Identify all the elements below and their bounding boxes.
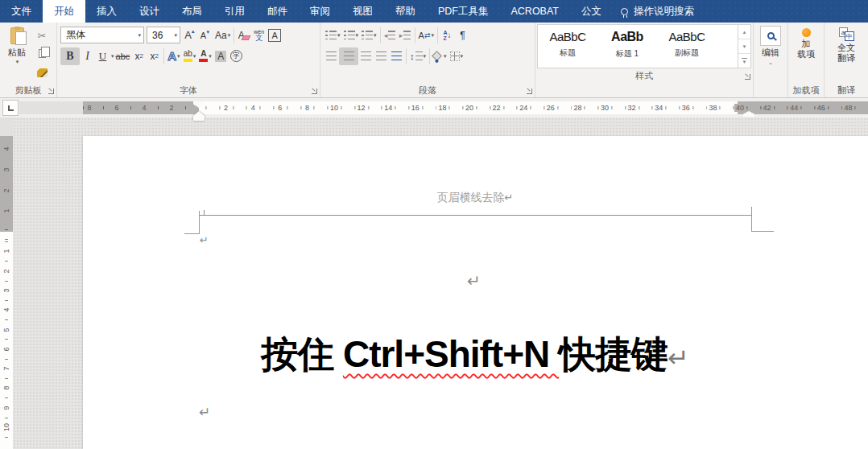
decrease-indent-button[interactable]: ◂: [382, 27, 398, 44]
style-card[interactable]: AaBb标题 1: [597, 25, 657, 68]
tab-design[interactable]: 设计: [128, 0, 171, 23]
style-gallery-more-button[interactable]: ▼: [738, 54, 750, 68]
shading-button[interactable]: ▾: [432, 47, 448, 65]
divider: [380, 27, 381, 43]
styles-dialog-launcher[interactable]: [745, 74, 750, 80]
translate-group-label: 翻译: [837, 84, 855, 97]
align-left-icon: [326, 51, 337, 60]
tell-me-search[interactable]: 操作说明搜索: [613, 0, 702, 23]
tab-selector-button[interactable]: [2, 100, 19, 116]
shrink-font-button[interactable]: A▼: [198, 27, 213, 44]
justify-icon: [376, 51, 386, 60]
tab-gongwen[interactable]: 公文: [570, 0, 613, 23]
document-area[interactable]: 4321 12345678910 页眉横线去除↵ ↵ ↵ 按住 Ctrl+Shi…: [0, 117, 868, 449]
cut-button[interactable]: ✂: [35, 27, 50, 44]
font-name-combo[interactable]: 黑体 ▾: [60, 27, 144, 43]
ruler-number: 7: [2, 364, 10, 373]
style-scroll-up-button[interactable]: ▲: [738, 25, 750, 39]
show-marks-button[interactable]: ¶: [455, 27, 470, 44]
numbering-button[interactable]: ▾: [342, 27, 361, 44]
crop-mark-right-vertical: [751, 208, 752, 232]
align-center-button[interactable]: [339, 47, 358, 65]
tab-acrobat[interactable]: ACROBAT: [500, 0, 571, 23]
clipboard-dialog-launcher[interactable]: [48, 89, 54, 94]
tell-me-label: 操作说明搜索: [634, 5, 694, 19]
highlight-button[interactable]: ab ▾: [182, 47, 198, 65]
style-card[interactable]: AaBbC副标题: [657, 25, 717, 68]
tab-references[interactable]: 引用: [213, 0, 256, 23]
numbering-icon: [344, 31, 355, 39]
change-case-button[interactable]: Aa▾: [213, 27, 232, 44]
align-left-button[interactable]: [324, 47, 339, 65]
translate-button[interactable]: a 中 全文 翻译: [825, 23, 868, 83]
tab-layout[interactable]: 布局: [171, 0, 213, 23]
font-color-button[interactable]: A ▾: [197, 47, 213, 65]
ruler-number: 4: [2, 144, 10, 154]
tab-mailings[interactable]: 邮件: [256, 0, 299, 23]
addins-label-line2: 载项: [797, 49, 815, 59]
font-dialog-launcher[interactable]: [312, 89, 317, 94]
tab-review[interactable]: 审阅: [299, 0, 341, 23]
page[interactable]: 页眉横线去除↵ ↵ ↵ 按住 Ctrl+Shift+N 快捷键↵ ↵: [83, 136, 868, 449]
shading-caret-icon: ▾: [444, 53, 447, 60]
font-size-combo[interactable]: 36 ▾: [147, 27, 180, 43]
style-scroll-down-button[interactable]: ▼: [738, 39, 750, 54]
subscript-button[interactable]: x2: [131, 47, 147, 65]
paragraph-dialog-launcher[interactable]: [527, 89, 532, 94]
phonetic-icon: wén 文: [254, 29, 264, 42]
format-painter-button[interactable]: [35, 64, 50, 81]
addins-button[interactable]: 加 载项: [788, 23, 824, 83]
justify-button[interactable]: [374, 47, 389, 65]
hanging-indent-triangle: [193, 111, 205, 116]
translate-label-line1: 全文: [837, 43, 855, 52]
grow-font-button[interactable]: A▲: [183, 27, 198, 44]
paste-button[interactable]: 粘贴 ▾: [2, 25, 31, 83]
tab-file[interactable]: 文件: [0, 0, 43, 23]
sort-button[interactable]: A Z ↓: [440, 27, 455, 44]
ruler-number: 16: [410, 104, 421, 112]
heading-suffix: 快捷键: [559, 333, 668, 375]
increase-indent-button[interactable]: ▸: [398, 27, 413, 44]
style-card[interactable]: AaBbC标题: [538, 25, 597, 68]
tab-pdf-tools[interactable]: PDF工具集: [427, 0, 500, 23]
bullets-button[interactable]: ▾: [324, 27, 342, 44]
text-effects-button[interactable]: A▾: [166, 47, 181, 65]
bold-button[interactable]: B: [60, 47, 80, 65]
strikethrough-button[interactable]: abc: [114, 47, 132, 65]
asian-layout-button[interactable]: A⇄▾: [417, 27, 436, 44]
tab-view[interactable]: 视图: [341, 0, 384, 23]
tab-home[interactable]: 开始: [43, 0, 85, 23]
header-text-line[interactable]: 页眉横线去除↵: [199, 191, 751, 205]
up-caret-icon: ▲: [191, 29, 196, 34]
align-right-button[interactable]: [358, 47, 374, 65]
editing-button[interactable]: 编辑 ⌄: [754, 23, 787, 97]
line-spacing-button[interactable]: ↕▾: [408, 47, 428, 65]
document-heading[interactable]: 按住 Ctrl+Shift+N 快捷键↵: [167, 332, 783, 377]
italic-button[interactable]: I: [80, 47, 95, 65]
subscript-mark: 2: [140, 52, 143, 60]
underline-button[interactable]: U: [95, 47, 110, 65]
multilevel-list-button[interactable]: ▾: [360, 27, 378, 44]
tab-help[interactable]: 帮助: [384, 0, 427, 23]
clear-format-button[interactable]: A: [236, 27, 251, 44]
hanging-indent-marker[interactable]: [193, 111, 205, 121]
hruler-right-margin: 4042444648: [738, 101, 868, 114]
character-shading-button[interactable]: A: [213, 47, 229, 65]
borders-button[interactable]: ▾: [448, 47, 465, 65]
superscript-button[interactable]: x2: [147, 47, 162, 65]
sort-down-arrow-icon: ↓: [447, 31, 451, 39]
change-case-glyph: Aa: [215, 30, 227, 41]
divider: [437, 27, 438, 43]
tab-insert[interactable]: 插入: [85, 0, 128, 23]
paragraph-mark: ↵: [467, 271, 481, 290]
group-styles: AaBbC标题AaBb标题 1AaBbC副标题 ▲ ▼ ▼ 样式: [535, 23, 754, 97]
align-center-icon: [344, 51, 354, 60]
vruler-margin: 4321: [0, 136, 13, 232]
character-border-button[interactable]: A: [267, 27, 283, 44]
copy-button[interactable]: [35, 45, 50, 63]
enclose-characters-button[interactable]: 字: [229, 47, 244, 65]
distribute-button[interactable]: [389, 47, 404, 65]
increase-indent-icon: ▸: [399, 31, 411, 39]
addin-orange-dot-icon: [802, 28, 811, 37]
phonetic-guide-button[interactable]: wén 文: [251, 27, 267, 44]
